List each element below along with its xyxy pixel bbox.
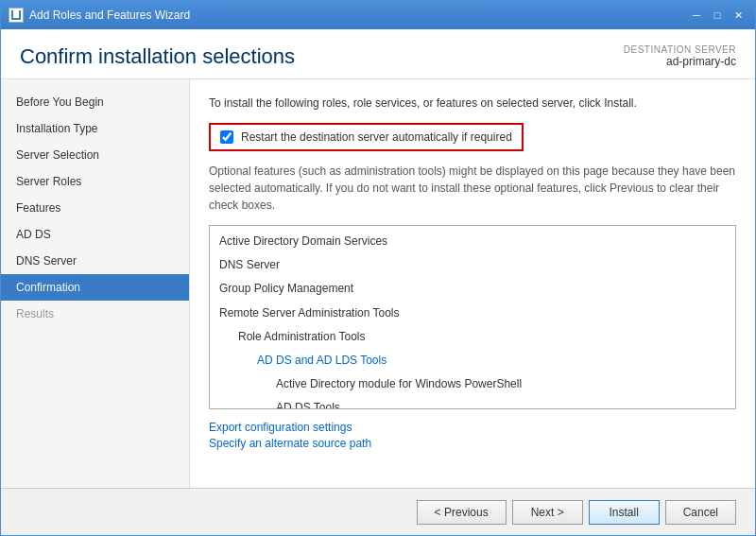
- sidebar-item-confirmation[interactable]: Confirmation: [1, 274, 189, 301]
- intro-text: To install the following roles, role ser…: [209, 95, 736, 112]
- title-bar: Add Roles and Features Wizard ─ □ ✕: [1, 1, 755, 29]
- restart-checkbox[interactable]: [220, 130, 233, 144]
- destination-server: DESTINATION SERVER ad-primary-dc: [624, 44, 736, 68]
- sidebar-item-ad-ds[interactable]: AD DS: [1, 221, 189, 248]
- restart-box: Restart the destination server automatic…: [209, 123, 524, 151]
- footer: < Previous Next > Install Cancel: [1, 488, 755, 535]
- maximize-button[interactable]: □: [708, 7, 727, 24]
- feature-item: DNS Server: [210, 253, 735, 277]
- sidebar-item-dns-server[interactable]: DNS Server: [1, 248, 189, 274]
- title-bar-controls: ─ □ ✕: [687, 7, 747, 24]
- window-title: Add Roles and Features Wizard: [29, 9, 190, 22]
- sidebar-item-installation-type[interactable]: Installation Type: [1, 115, 189, 142]
- content-panel: To install the following roles, role ser…: [190, 79, 755, 488]
- feature-item: Role Administration Tools: [210, 325, 735, 349]
- destination-label: DESTINATION SERVER: [624, 44, 736, 55]
- window-icon: [9, 8, 24, 23]
- feature-item: Group Policy Management: [210, 277, 735, 301]
- destination-name: ad-primary-dc: [624, 55, 736, 68]
- title-bar-left: Add Roles and Features Wizard: [9, 8, 190, 23]
- export-links: Export configuration settings Specify an…: [209, 421, 736, 450]
- feature-item: Remote Server Administration Tools: [210, 302, 735, 325]
- next-button[interactable]: Next >: [512, 500, 583, 525]
- install-button[interactable]: Install: [589, 500, 660, 525]
- previous-button[interactable]: < Previous: [417, 500, 507, 525]
- feature-item: Active Directory module for Windows Powe…: [210, 372, 735, 396]
- sidebar-item-server-roles[interactable]: Server Roles: [1, 168, 189, 195]
- page-title: Confirm installation selections: [20, 44, 295, 69]
- features-list: Active Directory Domain ServicesDNS Serv…: [210, 226, 735, 409]
- features-list-container[interactable]: Active Directory Domain ServicesDNS Serv…: [209, 225, 736, 409]
- restart-label: Restart the destination server automatic…: [241, 130, 512, 144]
- page-header: Confirm installation selections DESTINAT…: [1, 29, 755, 79]
- feature-item: AD DS Tools: [210, 396, 735, 409]
- feature-item: AD DS and AD LDS Tools: [210, 349, 735, 372]
- sidebar-item-before-you-begin[interactable]: Before You Begin: [1, 89, 189, 115]
- main-body: Before You BeginInstallation TypeServer …: [1, 79, 755, 488]
- alternate-source-link[interactable]: Specify an alternate source path: [209, 437, 736, 450]
- optional-text: Optional features (such as administratio…: [209, 163, 736, 214]
- export-config-link[interactable]: Export configuration settings: [209, 421, 736, 434]
- close-button[interactable]: ✕: [729, 7, 747, 24]
- feature-item: Active Directory Domain Services: [210, 230, 735, 253]
- content-area: Confirm installation selections DESTINAT…: [1, 29, 755, 488]
- wizard-window: Add Roles and Features Wizard ─ □ ✕ Conf…: [0, 0, 756, 536]
- sidebar: Before You BeginInstallation TypeServer …: [1, 79, 190, 488]
- sidebar-item-features[interactable]: Features: [1, 195, 189, 221]
- cancel-button[interactable]: Cancel: [665, 500, 736, 525]
- minimize-button[interactable]: ─: [687, 7, 706, 24]
- sidebar-item-results: Results: [1, 301, 189, 327]
- sidebar-item-server-selection[interactable]: Server Selection: [1, 142, 189, 168]
